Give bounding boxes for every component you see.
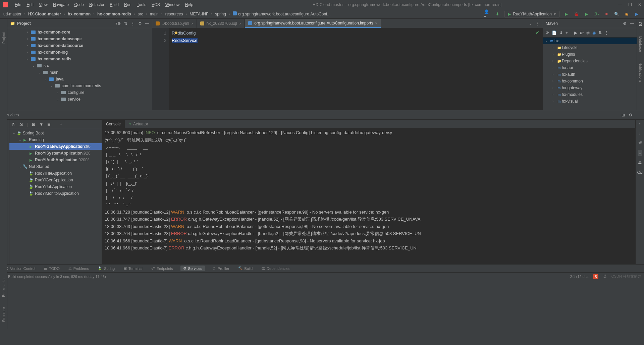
service-item[interactable]: 🍃RuoYiMonitorApplication bbox=[9, 190, 102, 197]
tab-more-icon[interactable]: ⋮ bbox=[535, 21, 539, 26]
service-item[interactable]: RuoYiGatewayApplication :80 bbox=[9, 143, 102, 150]
maven-item[interactable]: ›mhx-modules bbox=[543, 91, 637, 98]
filter-icon[interactable]: ▼ bbox=[39, 122, 43, 127]
breadcrumb-segment[interactable]: src bbox=[136, 11, 145, 17]
add-icon[interactable]: + bbox=[60, 122, 62, 127]
minimize-icon[interactable]: — bbox=[618, 2, 622, 7]
editor-tab[interactable]: hx_20230706.sql× bbox=[197, 19, 245, 28]
ime-badge[interactable]: S bbox=[593, 274, 598, 279]
notifications-tool-button[interactable]: Notifications bbox=[639, 62, 643, 82]
run-configuration-selector[interactable]: ▶ RuoYiAuthApplication ▾ bbox=[504, 11, 559, 17]
editor-tab[interactable]: ..\bootstrap.yml× bbox=[152, 19, 197, 28]
hide-icon[interactable]: — bbox=[145, 21, 149, 26]
breadcrumb-segment[interactable]: hx-common bbox=[66, 11, 93, 17]
database-tool-button[interactable]: Database bbox=[639, 36, 643, 52]
bottom-tab-problems[interactable]: ⚠Problems bbox=[67, 266, 90, 271]
tree-item[interactable]: ›hx-common-datascope bbox=[7, 36, 152, 42]
service-item[interactable]: 🍃RuoYiGenApplication bbox=[9, 177, 102, 183]
more-icon[interactable]: ⋮ bbox=[604, 31, 608, 35]
soft-wrap-icon[interactable]: ⏎ bbox=[638, 140, 642, 145]
maven-tree[interactable]: ⌄mhx›📁Lifecycle›📁Plugins›📁Dependencies›m… bbox=[543, 38, 637, 110]
maven-item[interactable]: ›📁Lifecycle bbox=[543, 44, 637, 51]
bottom-tab-build[interactable]: 🔨Build bbox=[237, 266, 254, 271]
tree-item[interactable]: ›configure bbox=[7, 89, 152, 96]
actuator-tab[interactable]: ⚕ Actuator bbox=[125, 120, 152, 128]
scroll-down-icon[interactable]: ↓ bbox=[639, 131, 641, 136]
breadcrumb-segment[interactable]: resources bbox=[163, 11, 185, 17]
services-tree[interactable]: ⌄🍃Spring Boot⌄RunningRuoYiGatewayApplica… bbox=[9, 129, 102, 264]
collapse-icon[interactable]: ⋮ bbox=[131, 21, 135, 26]
gear-icon[interactable]: ⚙ bbox=[629, 113, 633, 117]
project-tree[interactable]: ›hx-common-core›hx-common-datascope›hx-c… bbox=[7, 28, 152, 110]
menu-run[interactable]: Run bbox=[121, 2, 134, 7]
structure-tool-button[interactable]: Structure bbox=[2, 307, 6, 322]
bottom-tab-endpoints[interactable]: ☍Endpoints bbox=[150, 266, 174, 271]
vcs-update-icon[interactable]: ⬇ bbox=[494, 11, 501, 17]
stop-icon[interactable]: ■ bbox=[603, 11, 610, 17]
service-item[interactable]: ⌄🔧Not Started bbox=[9, 163, 102, 170]
console-tab[interactable]: Console bbox=[102, 120, 125, 128]
tree-item[interactable]: ⌄java bbox=[7, 76, 152, 82]
breadcrumb-segment[interactable]: org.springframework.boot.autoconfigure.A… bbox=[231, 11, 332, 17]
menu-file[interactable]: File bbox=[12, 2, 24, 7]
project-tool-button[interactable]: Project bbox=[2, 32, 6, 44]
breadcrumb-segment[interactable]: spring bbox=[213, 11, 228, 17]
settings-icon[interactable]: ▶ bbox=[633, 11, 640, 17]
tree-item[interactable]: ›hx-common-core bbox=[7, 29, 152, 36]
collapse-icon[interactable]: ⇅ bbox=[598, 31, 602, 35]
maven-item[interactable]: ›mhx-auth bbox=[543, 71, 637, 78]
menu-refactor[interactable]: Refactor bbox=[87, 2, 107, 7]
bookmarks-tool-button[interactable]: Bookmarks bbox=[2, 279, 6, 297]
menu-help[interactable]: Help bbox=[182, 2, 196, 7]
editor-tab[interactable]: org.springframework.boot.autoconfigure.A… bbox=[245, 19, 381, 28]
toggle-icon[interactable]: ⇄ bbox=[586, 31, 590, 35]
maximize-icon[interactable]: ❐ bbox=[628, 2, 632, 7]
inspection-ok-icon[interactable]: ✔ bbox=[536, 30, 539, 35]
menu-navigate[interactable]: Navigate bbox=[50, 2, 71, 7]
bottom-tab-services[interactable]: ⚙Services bbox=[180, 266, 205, 271]
bottom-tab-terminal[interactable]: ▣Terminal bbox=[122, 266, 144, 271]
breadcrumb-segment[interactable]: META-INF bbox=[187, 11, 210, 17]
gear-icon[interactable]: ⚙ bbox=[623, 21, 627, 26]
bottom-tab-profiler[interactable]: ⏱Profiler bbox=[211, 266, 231, 271]
maven-tool-button[interactable]: m bbox=[638, 22, 643, 26]
offline-icon[interactable]: ◉ bbox=[592, 31, 596, 35]
maven-item[interactable]: ›mhx-common bbox=[543, 78, 637, 84]
close-tab-icon[interactable]: × bbox=[191, 21, 193, 25]
add-icon[interactable]: + bbox=[566, 31, 568, 35]
scroll-up-icon[interactable]: ↑ bbox=[639, 122, 641, 126]
service-item[interactable]: 🍃RuoYiJobApplication bbox=[9, 183, 102, 190]
run-icon[interactable]: ▶ bbox=[563, 11, 570, 17]
menu-window[interactable]: Window bbox=[163, 2, 182, 7]
profile-icon[interactable]: ⏱▾ bbox=[593, 11, 600, 17]
service-item[interactable]: RuoYiAuthApplication :9200/ bbox=[9, 157, 102, 163]
debug-icon[interactable]: 🐞 bbox=[573, 11, 580, 17]
gear-icon[interactable]: ⚙ bbox=[138, 21, 142, 26]
hide-icon[interactable]: — bbox=[637, 113, 641, 117]
close-icon[interactable]: ✕ bbox=[638, 2, 641, 7]
breadcrumb-segment[interactable]: ud-master bbox=[1, 11, 23, 17]
print-icon[interactable]: 🖶 bbox=[638, 161, 642, 165]
menu-vcs[interactable]: VCS bbox=[149, 2, 163, 7]
tree-item[interactable]: ⌄src bbox=[7, 62, 152, 69]
tree-item[interactable]: ›hx-common-log bbox=[7, 49, 152, 56]
tab-dropdown-icon[interactable]: ⌄ bbox=[529, 21, 532, 26]
maven-item[interactable]: ›📁Plugins bbox=[543, 51, 637, 58]
ai-icon[interactable]: ◉ bbox=[623, 11, 630, 17]
scroll-end-icon[interactable]: ⤓ bbox=[638, 150, 642, 156]
group-icon[interactable]: ⊞ bbox=[32, 122, 35, 127]
maven-item[interactable]: ›mhx-visual bbox=[543, 98, 637, 105]
run-icon[interactable]: ▶ bbox=[574, 31, 577, 35]
console-output[interactable]: 17:05:52.600 [main] INFO c.a.c.n.r.Nacos… bbox=[102, 128, 635, 264]
maven-item[interactable]: ›mhx-api bbox=[543, 64, 637, 71]
service-item[interactable]: RuoYiSystemApplication :920 bbox=[9, 150, 102, 157]
tree-item[interactable]: ⌄main bbox=[7, 69, 152, 76]
bottom-tab-spring[interactable]: 🍃Spring bbox=[96, 266, 116, 271]
maven-root[interactable]: ⌄mhx bbox=[543, 38, 637, 44]
search-icon[interactable]: 🔍 bbox=[613, 11, 620, 17]
clear-icon[interactable]: ⌫ bbox=[637, 170, 643, 175]
menu-code[interactable]: Code bbox=[71, 2, 87, 7]
service-item[interactable]: 🍃RuoYiFileApplication bbox=[9, 170, 102, 177]
collapse-icon[interactable]: ⇲ bbox=[19, 122, 23, 127]
maven-item[interactable]: ›📁Dependencies bbox=[543, 58, 637, 64]
